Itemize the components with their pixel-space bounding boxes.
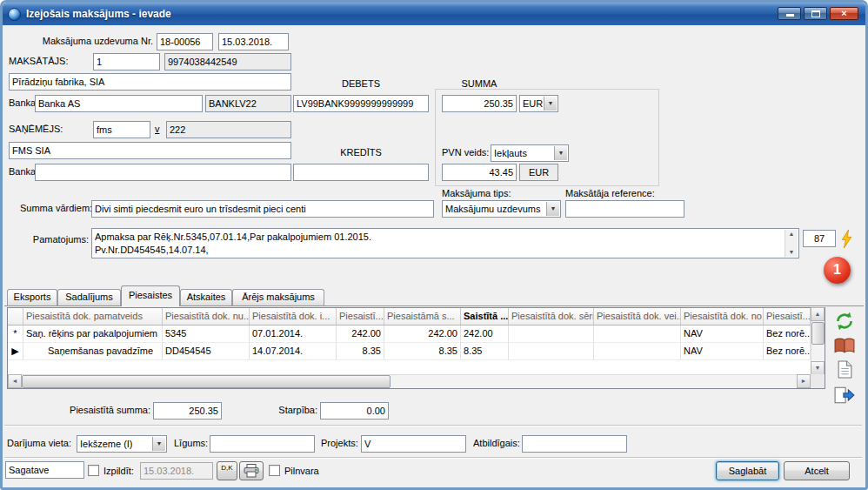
cell-piesaistita[interactable]: 242.00 — [337, 326, 384, 343]
receiver-name-input[interactable]: FMS SIA — [9, 142, 291, 159]
registry-book-button[interactable] — [830, 333, 859, 357]
tab-sadalijums[interactable]: Sadalījums — [57, 289, 121, 305]
payer-name-input[interactable]: Pīrādziņu fabrika, SIA — [9, 73, 291, 91]
attach-document-button[interactable] — [830, 309, 859, 332]
maximize-button[interactable] — [804, 7, 827, 20]
place-select[interactable]: Iekšzeme (I) ▼ — [77, 435, 167, 453]
cell-datums[interactable]: 07.01.2014. — [250, 326, 337, 343]
scroll-up-icon[interactable]: ▲ — [811, 307, 825, 321]
cell-piesaistama[interactable]: 8.35 — [384, 343, 461, 360]
close-button[interactable]: × — [830, 7, 858, 20]
scroll-left-icon[interactable]: ◄ — [8, 374, 22, 388]
header-piesaistama-summa[interactable]: Piesaistāmā s... — [384, 308, 461, 326]
tab-piesaistes[interactable]: Piesaistes — [121, 285, 180, 306]
header-marker[interactable] — [8, 308, 23, 326]
project-input[interactable]: V — [361, 435, 466, 453]
cell-piesaistama[interactable]: 242.00 — [384, 326, 461, 343]
scroll-down-icon[interactable]: ▼ — [811, 361, 825, 375]
payment-type-select[interactable]: Maksājumu uzdevums ▼ — [442, 200, 561, 218]
vat-type-select[interactable]: Iekļauts ▼ — [491, 144, 569, 162]
copy-document-button[interactable] — [830, 358, 859, 381]
cell-numurs[interactable]: DD454545 — [163, 343, 250, 360]
cell-serija[interactable] — [509, 326, 594, 343]
cell-numurs[interactable]: 5345 — [163, 326, 250, 343]
lightning-button[interactable] — [840, 230, 856, 249]
tab-atskaites[interactable]: Atskaites — [180, 289, 232, 305]
header-dok-izrakstisanas[interactable]: Piesaistītā dok. i... — [250, 308, 337, 326]
responsible-input[interactable] — [522, 435, 627, 453]
grid-vertical-scrollbar[interactable]: ▲ ▼ — [811, 308, 825, 375]
chevron-down-icon[interactable]: ▼ — [544, 97, 557, 111]
horizontal-scroll-thumb[interactable] — [22, 375, 391, 388]
linked-documents-grid[interactable]: Piesaistītā dok. pamatveids Piesaistītā … — [7, 307, 825, 389]
payer-label: MAKSĀTĀJS: — [9, 56, 68, 66]
debit-account-input[interactable]: LV99BANK9999999999999 — [293, 95, 429, 112]
chevron-down-icon[interactable]: ▼ — [554, 146, 567, 160]
pilnvara-checkbox[interactable] — [269, 465, 280, 476]
payer-bank-input[interactable]: Banka AS — [35, 95, 203, 112]
amount-words-input[interactable]: Divi simti piecdesmit euro un trīsdesmit… — [91, 200, 434, 218]
payment-date-input[interactable]: 15.03.2018. — [218, 33, 289, 50]
basis-counter-field[interactable]: 87 — [803, 230, 836, 247]
header-dok-numurs[interactable]: Piesaistītā dok. nu... — [163, 308, 250, 326]
export-document-button[interactable] — [830, 383, 859, 406]
cell-saistita[interactable]: 8.35 — [461, 343, 509, 360]
payer-regno-field[interactable]: 9974038442549 — [164, 53, 291, 70]
receiver-number-field[interactable]: 222 — [166, 121, 291, 138]
header-dok-serija[interactable]: Piesaistītā dok. sērija — [509, 308, 594, 326]
title-bar[interactable]: Izejošais maksājums - ievade — [3, 3, 865, 25]
cell-norekins[interactable]: Bez norē... — [764, 326, 811, 343]
scroll-right-icon[interactable]: ► — [797, 374, 811, 388]
tab-arejs-maksajums[interactable]: Ārējs maksājums — [232, 289, 324, 305]
minimize-button[interactable] — [778, 7, 801, 20]
cell-pamatveids[interactable]: Saņ. rēķins par pakalpojumiem — [23, 326, 163, 343]
payer-code-input[interactable]: 1 — [93, 53, 160, 70]
cell-nodoklis[interactable]: NAV — [681, 326, 764, 343]
execute-checkbox[interactable] — [88, 465, 99, 476]
print-button[interactable] — [239, 461, 264, 480]
cell-veids[interactable] — [594, 343, 681, 360]
cell-veids[interactable] — [594, 326, 681, 343]
tab-eksports[interactable]: Eksports — [7, 289, 57, 305]
dk-button[interactable]: D,K — [217, 461, 237, 480]
cell-serija[interactable] — [509, 343, 594, 360]
header-piesaistita[interactable]: Piesaistī... — [337, 308, 384, 326]
template-field[interactable]: Sagatave — [5, 461, 84, 479]
cell-saistita[interactable]: 242.00 — [461, 326, 509, 343]
table-row[interactable]: ▶ Saņemšanas pavadzīme DD454545 14.07.20… — [8, 343, 825, 360]
scroll-down-icon[interactable]: ▼ — [785, 248, 798, 257]
contract-input[interactable] — [210, 435, 315, 453]
cell-nodoklis[interactable]: NAV — [681, 343, 764, 360]
amount-input[interactable]: 250.35 — [442, 95, 517, 112]
header-saistita[interactable]: Saistītā ... — [461, 308, 509, 326]
vertical-scroll-thumb[interactable] — [811, 322, 825, 345]
cell-pamatveids[interactable]: Saņemšanas pavadzīme — [23, 343, 163, 360]
header-piesaistitais[interactable]: Piesaistī... — [764, 308, 811, 326]
receiver-bank-input[interactable] — [35, 164, 291, 181]
export-arrow-icon — [834, 386, 855, 404]
header-dok-nodoklis[interactable]: Piesaistītā dok. no... — [681, 308, 764, 326]
place-value: Iekšzeme (I) — [80, 439, 133, 449]
chevron-down-icon[interactable]: ▼ — [546, 202, 559, 216]
credit-account-input[interactable] — [293, 164, 429, 181]
header-dok-veids[interactable]: Piesaistītā dok. vei... — [594, 308, 681, 326]
save-button[interactable]: Saglabāt — [716, 461, 779, 480]
receiver-code-input[interactable]: fms — [93, 121, 150, 138]
payment-no-input[interactable]: 18-00056 — [157, 33, 213, 50]
cancel-button[interactable]: Atcelt — [784, 461, 850, 480]
payer-bank-swift-field[interactable]: BANKLV22 — [205, 95, 291, 112]
memo-scrollbar[interactable]: ▲ ▼ — [785, 230, 798, 257]
table-row[interactable]: * Saņ. rēķins par pakalpojumiem 5345 07.… — [8, 326, 825, 343]
currency-select[interactable]: EUR ▼ — [519, 95, 558, 112]
payer-reference-input[interactable] — [565, 200, 684, 218]
cell-norekins[interactable]: Bez norē... — [764, 343, 811, 360]
scroll-up-icon[interactable]: ▲ — [785, 230, 798, 238]
cell-datums[interactable]: 14.07.2014. — [250, 343, 337, 360]
grid-horizontal-scrollbar[interactable]: ◄ ► — [8, 374, 811, 388]
chevron-down-icon[interactable]: ▼ — [152, 437, 165, 451]
basis-memo[interactable]: Apmaksa par Rēķ.Nr.5345,07.01.14,Par pak… — [91, 228, 799, 258]
cell-piesaistita[interactable]: 8.35 — [337, 343, 384, 360]
vat-amount-field[interactable]: 43.45 — [442, 164, 517, 181]
header-pamatveids[interactable]: Piesaistītā dok. pamatveids — [23, 308, 163, 326]
receiver-lookup-link[interactable]: v — [155, 124, 160, 134]
